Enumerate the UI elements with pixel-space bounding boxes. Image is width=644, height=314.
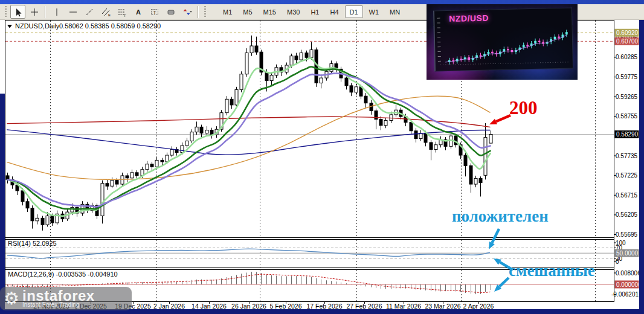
arrows-icon xyxy=(182,7,192,17)
rsi-label: RSI(14) 52.0925 xyxy=(8,240,57,247)
price-axis-label: 0.57735 xyxy=(616,153,638,159)
text-icon: A xyxy=(134,7,143,17)
rsi-axis-label: 0 xyxy=(616,258,619,265)
macd-axis-label: 0.008006 xyxy=(616,270,639,277)
channel-icon: E xyxy=(101,7,111,17)
fibonacci-tool-button[interactable]: F xyxy=(114,5,129,19)
drawing-tools-toolbar: EFAT xyxy=(2,5,209,19)
trendline-icon xyxy=(85,7,94,17)
gear-icon: ⚙ xyxy=(4,290,19,307)
timeframe-M1-button[interactable]: M1 xyxy=(218,5,237,18)
macd-label: MACD(12,26,9) -0.003535 -0.004910 xyxy=(8,271,118,278)
price-axis-label: 0.59775 xyxy=(616,74,638,80)
shapes-icon xyxy=(166,7,176,17)
svg-text:F: F xyxy=(124,13,126,17)
svg-text:E: E xyxy=(108,13,111,17)
price-axis-label: 0.56715 xyxy=(616,192,638,199)
watermark-brand: instaforex xyxy=(22,289,95,303)
date-axis-label: 23 Mar 2026 xyxy=(425,303,461,309)
vline-tool-button[interactable] xyxy=(49,5,64,19)
cursor-tool-button[interactable] xyxy=(10,5,25,19)
price-badge: 0.000000 xyxy=(616,281,639,288)
timeframe-M5-button[interactable]: M5 xyxy=(238,5,257,18)
toolbar-separator xyxy=(198,6,199,18)
date-axis-label: 14 Jan 2026 xyxy=(192,303,227,309)
annotation-ma200: 200 xyxy=(509,97,538,119)
price-badge: 50.0000 xyxy=(616,250,639,257)
price-axis-label: 0.57225 xyxy=(616,172,638,179)
price-axis-label: 0.60285 xyxy=(616,54,638,60)
crosshair-icon xyxy=(30,7,39,17)
promo-inset-image: NZD/USD xyxy=(427,4,578,80)
toolbar-grip[interactable] xyxy=(5,6,7,18)
timeframe-H4-button[interactable]: H4 xyxy=(325,5,343,18)
window-titlebar-strip xyxy=(0,0,644,4)
label-tool-button[interactable]: T xyxy=(147,5,162,19)
watermark: ⚙ instaforex Instant Forex Trading xyxy=(0,287,132,310)
date-axis-label: 11 Mar 2026 xyxy=(386,303,421,309)
toolbar-separator xyxy=(45,6,46,18)
price-badge: 0.58290 xyxy=(616,131,639,138)
date-axis-label: 17 Feb 2026 xyxy=(307,303,343,309)
hline-tool-button[interactable] xyxy=(65,5,80,19)
shapes-tool-button[interactable] xyxy=(163,5,178,19)
macd-axis-label: -0.006201 xyxy=(611,291,639,298)
crosshair-tool-button[interactable] xyxy=(27,5,42,19)
date-axis-label: 2 Jan 2026 xyxy=(153,303,185,309)
toolbar-grip[interactable] xyxy=(204,6,206,18)
annotation-macd-mixed: смешанные xyxy=(509,261,595,280)
price-axis-label: 0.58755 xyxy=(616,113,638,120)
date-axis-label: 26 Jan 2026 xyxy=(231,303,266,309)
cursor-icon xyxy=(13,7,23,17)
annotation-rsi-positive: положителен xyxy=(452,207,549,226)
price-badge: 0.60920 xyxy=(616,30,639,36)
timeframe-H1-button[interactable]: H1 xyxy=(306,5,324,18)
timeframe-M30-button[interactable]: M30 xyxy=(282,5,304,18)
price-axis-label: 0.56205 xyxy=(616,211,638,218)
inset-pair-label: NZD/USD xyxy=(449,13,489,23)
hline-icon xyxy=(68,7,78,17)
date-axis-label: 5 Feb 2026 xyxy=(269,303,301,309)
vline-icon xyxy=(52,7,62,17)
text-tool-button[interactable]: A xyxy=(130,5,146,19)
timeframe-M15-button[interactable]: M15 xyxy=(259,5,281,18)
label-icon: T xyxy=(150,7,159,17)
chart-title: NZDUSD,Daily xyxy=(15,22,60,30)
fibonacci-icon: F xyxy=(117,7,127,17)
inset-screen-panel: NZD/USD xyxy=(433,8,573,72)
timeframe-W1-button[interactable]: W1 xyxy=(364,5,384,18)
price-axis-label: 0.59265 xyxy=(616,94,638,100)
date-axis-label: 2 Apr 2026 xyxy=(463,303,494,309)
mt4-chart-window: EFAT M1M5M15M30H1H4D1W1MN NZDUSD,Daily0.… xyxy=(0,0,644,314)
trendline-tool-button[interactable] xyxy=(82,5,97,19)
date-axis-label: 27 Feb 2026 xyxy=(347,303,382,309)
arrows-tool-button[interactable] xyxy=(179,5,195,19)
svg-text:T: T xyxy=(153,10,156,15)
timeframe-MN-button[interactable]: MN xyxy=(385,5,405,18)
timeframe-toolbar: M1M5M15M30H1H4D1W1MN xyxy=(217,5,405,18)
timeframe-D1-button[interactable]: D1 xyxy=(345,5,363,18)
price-badge: 0.60700 xyxy=(616,38,639,45)
chart-ohlc-values: 0.58062 0.58385 0.58059 0.58290 xyxy=(59,22,161,30)
price-axis-label: 0.55695 xyxy=(616,231,638,238)
channel-tool-button[interactable]: E xyxy=(98,5,113,19)
left-margin xyxy=(0,20,5,94)
svg-text:A: A xyxy=(136,8,141,16)
